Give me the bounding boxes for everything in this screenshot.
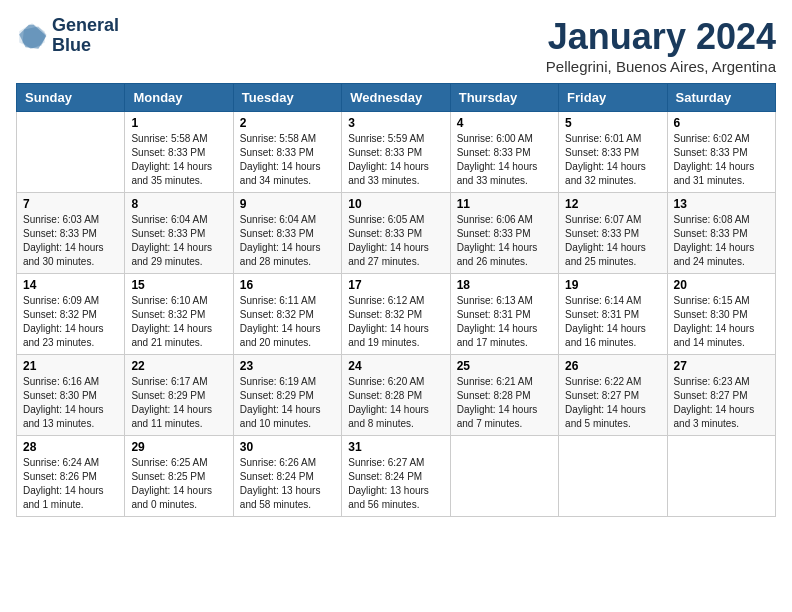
calendar-table: SundayMondayTuesdayWednesdayThursdayFrid…: [16, 83, 776, 517]
day-info: Sunrise: 6:20 AM Sunset: 8:28 PM Dayligh…: [348, 375, 443, 431]
calendar-cell: 6Sunrise: 6:02 AM Sunset: 8:33 PM Daylig…: [667, 112, 775, 193]
calendar-cell: 11Sunrise: 6:06 AM Sunset: 8:33 PM Dayli…: [450, 193, 558, 274]
day-number: 16: [240, 278, 335, 292]
day-number: 1: [131, 116, 226, 130]
day-info: Sunrise: 6:16 AM Sunset: 8:30 PM Dayligh…: [23, 375, 118, 431]
day-number: 27: [674, 359, 769, 373]
column-header-sunday: Sunday: [17, 84, 125, 112]
day-info: Sunrise: 6:07 AM Sunset: 8:33 PM Dayligh…: [565, 213, 660, 269]
day-number: 2: [240, 116, 335, 130]
logo-icon: [16, 20, 48, 52]
day-number: 23: [240, 359, 335, 373]
calendar-week-3: 14Sunrise: 6:09 AM Sunset: 8:32 PM Dayli…: [17, 274, 776, 355]
calendar-cell: 28Sunrise: 6:24 AM Sunset: 8:26 PM Dayli…: [17, 436, 125, 517]
column-header-tuesday: Tuesday: [233, 84, 341, 112]
day-info: Sunrise: 6:19 AM Sunset: 8:29 PM Dayligh…: [240, 375, 335, 431]
day-info: Sunrise: 6:17 AM Sunset: 8:29 PM Dayligh…: [131, 375, 226, 431]
calendar-title: January 2024: [546, 16, 776, 58]
calendar-cell: 9Sunrise: 6:04 AM Sunset: 8:33 PM Daylig…: [233, 193, 341, 274]
day-info: Sunrise: 5:58 AM Sunset: 8:33 PM Dayligh…: [240, 132, 335, 188]
column-header-thursday: Thursday: [450, 84, 558, 112]
day-info: Sunrise: 6:13 AM Sunset: 8:31 PM Dayligh…: [457, 294, 552, 350]
day-info: Sunrise: 6:06 AM Sunset: 8:33 PM Dayligh…: [457, 213, 552, 269]
day-number: 21: [23, 359, 118, 373]
calendar-cell: 3Sunrise: 5:59 AM Sunset: 8:33 PM Daylig…: [342, 112, 450, 193]
day-info: Sunrise: 5:59 AM Sunset: 8:33 PM Dayligh…: [348, 132, 443, 188]
calendar-cell: [450, 436, 558, 517]
calendar-cell: 27Sunrise: 6:23 AM Sunset: 8:27 PM Dayli…: [667, 355, 775, 436]
calendar-cell: 7Sunrise: 6:03 AM Sunset: 8:33 PM Daylig…: [17, 193, 125, 274]
calendar-cell: 30Sunrise: 6:26 AM Sunset: 8:24 PM Dayli…: [233, 436, 341, 517]
day-info: Sunrise: 6:27 AM Sunset: 8:24 PM Dayligh…: [348, 456, 443, 512]
day-number: 15: [131, 278, 226, 292]
day-number: 26: [565, 359, 660, 373]
calendar-cell: 18Sunrise: 6:13 AM Sunset: 8:31 PM Dayli…: [450, 274, 558, 355]
day-info: Sunrise: 6:05 AM Sunset: 8:33 PM Dayligh…: [348, 213, 443, 269]
calendar-cell: 8Sunrise: 6:04 AM Sunset: 8:33 PM Daylig…: [125, 193, 233, 274]
day-number: 10: [348, 197, 443, 211]
calendar-cell: 10Sunrise: 6:05 AM Sunset: 8:33 PM Dayli…: [342, 193, 450, 274]
logo-text: General Blue: [52, 16, 119, 56]
day-number: 9: [240, 197, 335, 211]
day-info: Sunrise: 6:23 AM Sunset: 8:27 PM Dayligh…: [674, 375, 769, 431]
calendar-cell: 17Sunrise: 6:12 AM Sunset: 8:32 PM Dayli…: [342, 274, 450, 355]
calendar-cell: [559, 436, 667, 517]
calendar-header-row: SundayMondayTuesdayWednesdayThursdayFrid…: [17, 84, 776, 112]
day-number: 30: [240, 440, 335, 454]
calendar-cell: 21Sunrise: 6:16 AM Sunset: 8:30 PM Dayli…: [17, 355, 125, 436]
calendar-cell: [667, 436, 775, 517]
svg-marker-2: [19, 25, 46, 49]
calendar-cell: [17, 112, 125, 193]
day-number: 14: [23, 278, 118, 292]
day-number: 4: [457, 116, 552, 130]
day-number: 5: [565, 116, 660, 130]
day-number: 7: [23, 197, 118, 211]
title-block: January 2024 Pellegrini, Buenos Aires, A…: [546, 16, 776, 75]
day-number: 13: [674, 197, 769, 211]
page-header: General Blue January 2024 Pellegrini, Bu…: [16, 16, 776, 75]
column-header-monday: Monday: [125, 84, 233, 112]
logo: General Blue: [16, 16, 119, 56]
calendar-cell: 20Sunrise: 6:15 AM Sunset: 8:30 PM Dayli…: [667, 274, 775, 355]
calendar-cell: 4Sunrise: 6:00 AM Sunset: 8:33 PM Daylig…: [450, 112, 558, 193]
calendar-subtitle: Pellegrini, Buenos Aires, Argentina: [546, 58, 776, 75]
calendar-cell: 2Sunrise: 5:58 AM Sunset: 8:33 PM Daylig…: [233, 112, 341, 193]
calendar-cell: 5Sunrise: 6:01 AM Sunset: 8:33 PM Daylig…: [559, 112, 667, 193]
day-info: Sunrise: 5:58 AM Sunset: 8:33 PM Dayligh…: [131, 132, 226, 188]
day-info: Sunrise: 6:01 AM Sunset: 8:33 PM Dayligh…: [565, 132, 660, 188]
day-number: 18: [457, 278, 552, 292]
calendar-cell: 23Sunrise: 6:19 AM Sunset: 8:29 PM Dayli…: [233, 355, 341, 436]
column-header-wednesday: Wednesday: [342, 84, 450, 112]
day-number: 25: [457, 359, 552, 373]
column-header-saturday: Saturday: [667, 84, 775, 112]
calendar-body: 1Sunrise: 5:58 AM Sunset: 8:33 PM Daylig…: [17, 112, 776, 517]
day-number: 31: [348, 440, 443, 454]
calendar-cell: 19Sunrise: 6:14 AM Sunset: 8:31 PM Dayli…: [559, 274, 667, 355]
day-number: 28: [23, 440, 118, 454]
day-info: Sunrise: 6:14 AM Sunset: 8:31 PM Dayligh…: [565, 294, 660, 350]
calendar-week-4: 21Sunrise: 6:16 AM Sunset: 8:30 PM Dayli…: [17, 355, 776, 436]
calendar-cell: 16Sunrise: 6:11 AM Sunset: 8:32 PM Dayli…: [233, 274, 341, 355]
day-info: Sunrise: 6:12 AM Sunset: 8:32 PM Dayligh…: [348, 294, 443, 350]
calendar-cell: 24Sunrise: 6:20 AM Sunset: 8:28 PM Dayli…: [342, 355, 450, 436]
day-info: Sunrise: 6:03 AM Sunset: 8:33 PM Dayligh…: [23, 213, 118, 269]
day-info: Sunrise: 6:02 AM Sunset: 8:33 PM Dayligh…: [674, 132, 769, 188]
calendar-cell: 22Sunrise: 6:17 AM Sunset: 8:29 PM Dayli…: [125, 355, 233, 436]
day-number: 29: [131, 440, 226, 454]
calendar-cell: 12Sunrise: 6:07 AM Sunset: 8:33 PM Dayli…: [559, 193, 667, 274]
day-number: 19: [565, 278, 660, 292]
calendar-cell: 14Sunrise: 6:09 AM Sunset: 8:32 PM Dayli…: [17, 274, 125, 355]
day-info: Sunrise: 6:00 AM Sunset: 8:33 PM Dayligh…: [457, 132, 552, 188]
day-info: Sunrise: 6:04 AM Sunset: 8:33 PM Dayligh…: [240, 213, 335, 269]
day-number: 17: [348, 278, 443, 292]
column-header-friday: Friday: [559, 84, 667, 112]
calendar-cell: 15Sunrise: 6:10 AM Sunset: 8:32 PM Dayli…: [125, 274, 233, 355]
day-info: Sunrise: 6:11 AM Sunset: 8:32 PM Dayligh…: [240, 294, 335, 350]
day-number: 6: [674, 116, 769, 130]
calendar-cell: 31Sunrise: 6:27 AM Sunset: 8:24 PM Dayli…: [342, 436, 450, 517]
day-info: Sunrise: 6:09 AM Sunset: 8:32 PM Dayligh…: [23, 294, 118, 350]
day-info: Sunrise: 6:24 AM Sunset: 8:26 PM Dayligh…: [23, 456, 118, 512]
day-info: Sunrise: 6:08 AM Sunset: 8:33 PM Dayligh…: [674, 213, 769, 269]
day-info: Sunrise: 6:25 AM Sunset: 8:25 PM Dayligh…: [131, 456, 226, 512]
calendar-cell: 1Sunrise: 5:58 AM Sunset: 8:33 PM Daylig…: [125, 112, 233, 193]
